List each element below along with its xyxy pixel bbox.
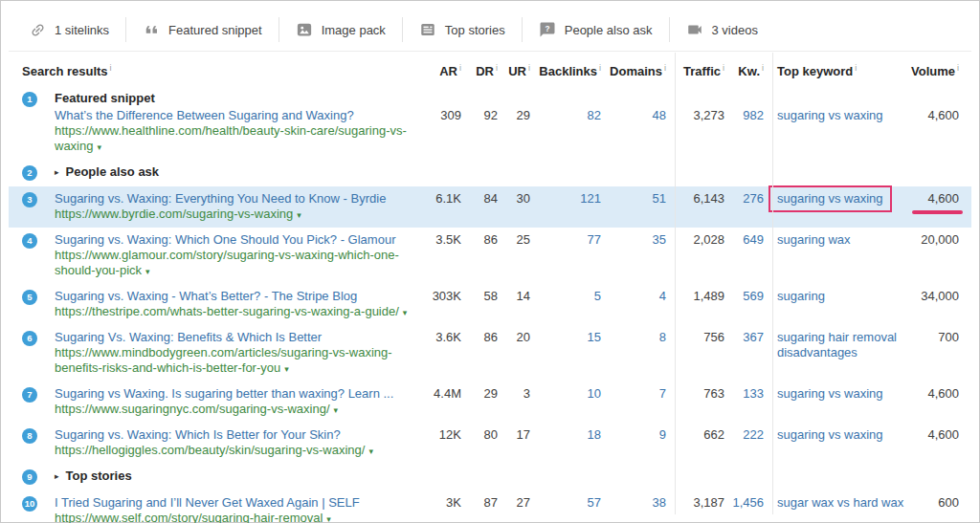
video-icon <box>686 21 703 38</box>
result-title-link[interactable]: I Tried Sugaring and I’ll Never Get Waxe… <box>55 495 423 511</box>
image-pack-label: Image pack <box>322 23 386 37</box>
domains-value[interactable]: 9 <box>601 427 666 459</box>
domains-value[interactable] <box>601 164 666 183</box>
kw-value[interactable]: 367 <box>724 330 764 377</box>
backlinks-value[interactable]: 10 <box>530 386 601 418</box>
result-url-line: https://www.self.com/story/sugaring-hair… <box>55 511 423 523</box>
ur-value <box>498 469 530 487</box>
header-search-results: Search resultsi <box>9 60 423 79</box>
backlinks-value[interactable]: 15 <box>530 330 601 377</box>
volume-cell: 34,000 <box>909 289 971 320</box>
backlinks-value[interactable] <box>530 469 601 487</box>
url-dropdown-icon[interactable]: ▾ <box>297 210 301 220</box>
info-icon[interactable]: i <box>110 63 112 73</box>
result-title-link[interactable]: What’s the Difference Between Sugaring a… <box>55 108 423 123</box>
result-title-link[interactable]: Sugaring Vs. Waxing: Benefits & Which Is… <box>55 330 423 345</box>
result-url: https://www.self.com/story/sugaring-hair… <box>55 511 323 523</box>
url-dropdown-icon[interactable]: ▾ <box>368 447 373 456</box>
header-domains: Domainsi <box>601 60 666 79</box>
ar-value: 6.1K <box>423 191 461 223</box>
position-badge: 3 <box>22 192 37 207</box>
url-dropdown-icon[interactable]: ▾ <box>334 405 339 415</box>
backlinks-value[interactable]: 5 <box>530 289 601 320</box>
volume-value: 700 <box>938 330 959 344</box>
top-keyword-link[interactable]: sugaring wax <box>777 232 851 248</box>
position-badge: 5 <box>22 290 37 305</box>
expander-icon[interactable]: ▸ <box>55 471 59 481</box>
top-keyword-link[interactable]: sugaring hair removal disadvantages <box>777 330 909 360</box>
top-keyword-link[interactable]: sugaring vs waxing <box>777 108 883 123</box>
domains-value[interactable]: 4 <box>601 289 666 320</box>
url-dropdown-icon[interactable]: ▾ <box>326 514 331 523</box>
backlinks-value[interactable]: 121 <box>530 191 601 223</box>
result-title-link[interactable]: Sugaring vs. Waxing: Which One Should Yo… <box>55 232 423 248</box>
url-dropdown-icon[interactable]: ▾ <box>145 267 150 276</box>
volume-highlight-underline <box>912 210 963 214</box>
top-keyword-cell: sugaring <box>764 289 909 320</box>
expander-icon[interactable]: ▸ <box>55 167 59 177</box>
kw-value[interactable]: 649 <box>724 232 764 279</box>
kw-value[interactable]: 1,456 <box>724 495 764 523</box>
result-cell: 9 ▸Top stories <box>9 469 423 487</box>
result-cell: 7 Sugaring vs Waxing. Is sugaring better… <box>9 386 423 418</box>
position-badge: 6 <box>22 331 37 346</box>
domains-value[interactable]: 35 <box>601 232 666 279</box>
result-title-link[interactable]: Sugaring vs. Waxing - What’s Better? - T… <box>55 289 423 304</box>
domains-value[interactable]: 51 <box>601 191 666 223</box>
kw-value[interactable] <box>724 164 764 183</box>
backlinks-value[interactable]: 82 <box>530 91 601 155</box>
result-title-link[interactable]: Sugaring vs Waxing. Is sugaring better t… <box>55 386 423 402</box>
domains-value[interactable] <box>601 469 666 487</box>
top-keyword-cell: sugaring vs waxing <box>764 91 909 155</box>
top-keyword-cell: sugar wax vs hard wax <box>764 495 909 523</box>
url-dropdown-icon[interactable]: ▾ <box>284 364 289 374</box>
people-also-ask-badge: ? People also ask <box>539 21 653 38</box>
top-keyword-link[interactable]: sugaring <box>777 289 825 304</box>
ur-value: 25 <box>498 232 530 279</box>
kw-value[interactable]: 276 <box>724 191 764 223</box>
serp-feature-section-label[interactable]: ▸People also ask <box>55 164 423 181</box>
url-dropdown-icon[interactable]: ▾ <box>403 308 408 317</box>
ar-value: 12K <box>423 427 461 459</box>
backlinks-value[interactable] <box>530 164 601 183</box>
question-bubble-icon: ? <box>539 21 556 38</box>
top-keyword-link[interactable]: sugar wax vs hard wax <box>777 495 903 511</box>
dr-value: 29 <box>461 386 498 418</box>
backlinks-value[interactable]: 57 <box>530 495 601 523</box>
result-url-line: https://www.mindbodygreen.com/articles/s… <box>55 345 423 377</box>
result-url-line: https://www.sugaringnyc.com/sugaring-vs-… <box>55 402 423 418</box>
news-icon <box>419 21 436 38</box>
kw-value[interactable]: 222 <box>724 427 764 459</box>
ar-value: 3K <box>423 495 461 523</box>
result-cell: 6 Sugaring Vs. Waxing: Benefits & Which … <box>9 330 423 377</box>
domains-value[interactable]: 48 <box>601 91 666 155</box>
info-icon[interactable]: i <box>957 63 959 73</box>
result-title-link[interactable]: Sugaring vs. Waxing: Everything You Need… <box>55 191 423 207</box>
kw-value[interactable]: 133 <box>724 386 764 418</box>
domains-value[interactable]: 38 <box>601 495 666 523</box>
kw-value[interactable]: 569 <box>724 289 764 320</box>
kw-value[interactable] <box>724 469 764 487</box>
backlinks-value[interactable]: 18 <box>530 427 601 459</box>
top-keyword-link[interactable]: sugaring vs waxing <box>768 185 892 212</box>
kw-value[interactable]: 982 <box>724 91 764 155</box>
serp-feature-section-label[interactable]: Featured snippet <box>55 91 423 106</box>
position-badge: 9 <box>22 469 37 485</box>
result-url: https://www.byrdie.com/sugaring-vs-waxin… <box>55 207 293 221</box>
backlinks-value[interactable]: 77 <box>530 232 601 279</box>
ur-value <box>498 164 530 183</box>
videos-badge: 3 videos <box>686 21 758 38</box>
result-url: https://www.healthline.com/health/beauty… <box>55 123 407 153</box>
result-url-line: https://www.byrdie.com/sugaring-vs-waxin… <box>55 207 423 223</box>
ur-value: 3 <box>498 386 530 418</box>
domains-value[interactable]: 7 <box>601 386 666 418</box>
ur-value: 30 <box>498 191 530 223</box>
url-dropdown-icon[interactable]: ▾ <box>97 142 101 152</box>
domains-value[interactable]: 8 <box>601 330 666 377</box>
result-title-link[interactable]: Sugaring vs. Waxing: Which Is Better for… <box>55 427 423 443</box>
info-icon[interactable]: i <box>855 63 857 73</box>
serp-feature-section-label[interactable]: ▸Top stories <box>55 469 423 485</box>
top-keyword-link[interactable]: sugaring vs waxing <box>777 386 883 402</box>
top-keyword-link[interactable]: sugaring vs waxing <box>777 427 883 443</box>
table-row: 5 Sugaring vs. Waxing - What’s Better? -… <box>9 284 971 325</box>
